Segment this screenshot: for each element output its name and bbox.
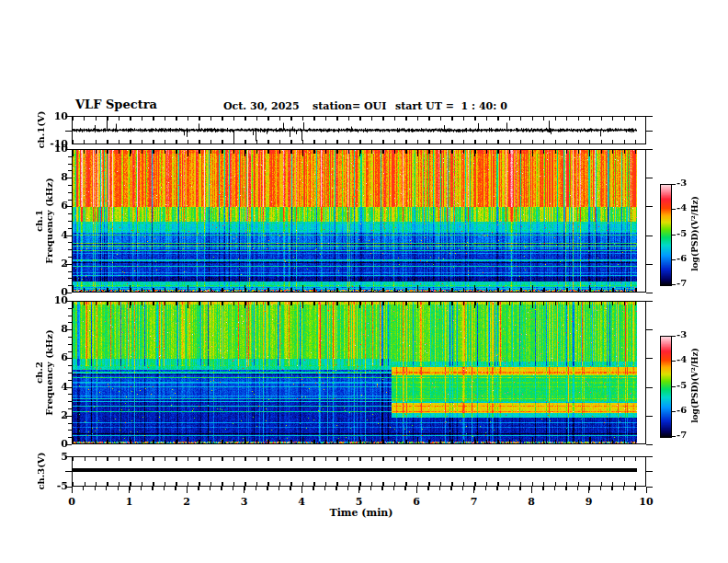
- x-minor-ticks: [73, 482, 645, 486]
- colorbar-tick-label: -3: [677, 178, 687, 188]
- y-major-ticks: [646, 301, 653, 445]
- date-label: Oct. 30, 2025: [223, 100, 300, 112]
- y-major-ticks: [646, 149, 653, 293]
- x-major-ticks: [73, 302, 645, 308]
- colorbar-tick: [672, 284, 676, 285]
- colorbar-1: [660, 184, 672, 286]
- spec2-axis-title: ch.2 Frequency (kHz): [34, 329, 54, 415]
- x-tick-label: 9: [586, 496, 593, 508]
- x-tick-label: 0: [68, 496, 75, 508]
- colorbar-tick-label: -4: [677, 202, 687, 213]
- x-major-ticks: [73, 285, 645, 292]
- y-ticks: [646, 116, 653, 144]
- spec2-ytick: 0: [37, 438, 68, 450]
- x-tick-label: 10: [639, 496, 653, 508]
- colorbar-tick-label: -3: [677, 329, 687, 339]
- colorbar-tick: [672, 184, 676, 185]
- colorbar-tick-label: -6: [677, 405, 687, 415]
- spec1-axis-title-freq: Frequency (kHz): [44, 178, 54, 263]
- ch2-spectrogram-canvas: [73, 302, 637, 443]
- colorbar-tick-label: -4: [677, 354, 687, 364]
- start-ut-label: start UT = 1 : 40: 0: [395, 100, 507, 112]
- x-tick-label: 3: [241, 496, 248, 508]
- colorbar-tick-label: -5: [677, 380, 687, 390]
- x-tick-label: 1: [126, 496, 133, 508]
- x-minor-ticks: [73, 457, 645, 461]
- ch3-flat-trace: [73, 468, 637, 472]
- y-ticks: [646, 456, 653, 488]
- spec1-axis-title-ch: ch.1: [34, 178, 44, 263]
- station-label: station= OUI: [313, 100, 386, 112]
- colorbar-tick: [672, 336, 676, 337]
- colorbar-tick-label: -5: [677, 228, 687, 238]
- page-title: VLF Spectra: [75, 98, 157, 111]
- ch2-spectrogram-panel: [72, 301, 646, 444]
- vlf-spectra-figure: VLF Spectra Oct. 30, 2025 station= OUI s…: [0, 0, 728, 563]
- x-minor-ticks: [73, 117, 645, 121]
- colorbar-tick: [672, 436, 676, 437]
- colorbar-2: [660, 336, 672, 438]
- colorbar-tick-label: -6: [677, 253, 687, 263]
- colorbar-tick-label: -7: [677, 278, 687, 288]
- colorbar-tick: [672, 209, 676, 210]
- wave3-axis-title: ch.3(V): [36, 452, 46, 489]
- x-tick-label: 8: [528, 496, 535, 508]
- y-minor-ticks: [68, 301, 72, 445]
- x-minor-ticks: [73, 140, 645, 144]
- y-minor-ticks: [68, 149, 72, 293]
- x-major-ticks: [72, 487, 647, 493]
- colorbar-tick: [672, 361, 676, 362]
- colorbar-2-gradient: [661, 337, 671, 437]
- colorbar-tick: [672, 259, 676, 260]
- colorbar-tick: [672, 386, 676, 387]
- x-tick-label: 2: [183, 496, 190, 508]
- colorbar-tick: [672, 411, 676, 412]
- ch1-spectrogram-canvas: [73, 150, 637, 292]
- colorbar-1-gradient: [661, 185, 671, 285]
- x-axis-title: Time (min): [329, 507, 392, 519]
- ch1-spectrogram-panel: [72, 149, 646, 293]
- spec2-ytick: 10: [37, 294, 68, 306]
- x-tick-label: 6: [413, 496, 420, 508]
- ch3-waveform-panel: [72, 456, 646, 487]
- spec1-axis-title: ch.1 Frequency (kHz): [34, 178, 54, 263]
- colorbar-2-title: log(PSD)(V²/Hz): [690, 348, 700, 423]
- spec2-axis-title-freq: Frequency (kHz): [44, 329, 54, 415]
- spec2-axis-title-ch: ch.2: [34, 329, 44, 415]
- colorbar-tick: [672, 235, 676, 236]
- colorbar-tick-label: -7: [677, 430, 687, 440]
- x-major-ticks: [73, 150, 645, 156]
- spec1-ytick: 10: [37, 143, 68, 155]
- colorbar-1-title: log(PSD)(V²/Hz): [690, 196, 700, 271]
- x-major-ticks: [73, 437, 645, 443]
- x-tick-label: 4: [298, 496, 305, 508]
- ch1-waveform-panel: [72, 116, 646, 144]
- x-tick-label: 7: [471, 496, 478, 508]
